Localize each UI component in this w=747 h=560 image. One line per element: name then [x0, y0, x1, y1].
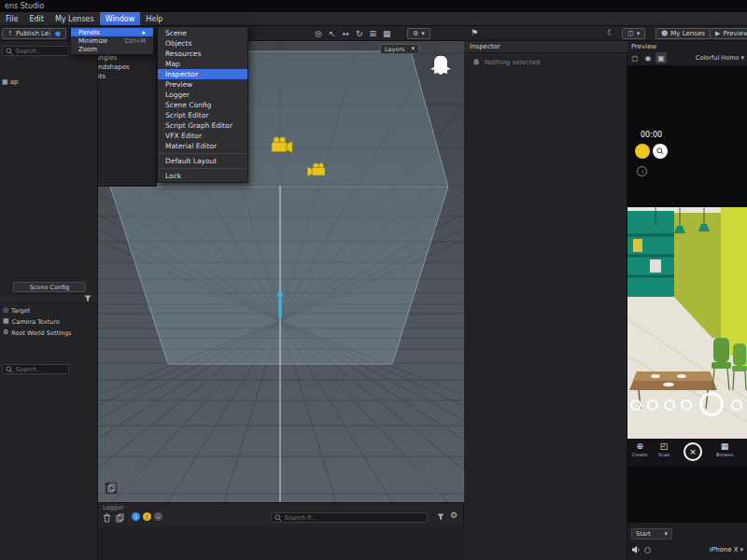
log-filter-funnel-icon[interactable] [437, 513, 444, 523]
copy-log-icon[interactable] [116, 513, 124, 525]
capture-button[interactable] [699, 392, 724, 416]
play-icon: ▶ [715, 31, 720, 37]
scene-config-item-root-world-settings[interactable]: ⚙ Root World Settings [0, 328, 97, 338]
project-info-button[interactable]: ● [49, 28, 66, 39]
record-timer: 00:00 [641, 131, 662, 139]
target-tool-icon[interactable]: ◎ [315, 30, 322, 38]
menu-item-zoom[interactable]: Zoom [71, 45, 153, 53]
submenu-item-resources[interactable]: Resources [158, 49, 247, 59]
scene-config-search[interactable] [2, 364, 69, 374]
search-icon [6, 366, 13, 373]
warning-filter-badge[interactable]: ! [143, 512, 151, 521]
window-menu-dropdown: Panels ▸ Minimize Ctrl+M Zoom [70, 26, 154, 55]
submenu-item-logger[interactable]: Logger [158, 90, 247, 100]
rotate-tool-icon[interactable]: ↻ [356, 30, 363, 38]
titlebar: ens Studio [0, 0, 747, 12]
lens-carousel-item[interactable] [681, 399, 692, 411]
webcam-toggle-icon[interactable] [644, 547, 651, 553]
dark-mode-moon-icon[interactable]: ☾ [607, 29, 614, 37]
logger-title: Logger [103, 504, 123, 511]
bitmoji-avatar[interactable] [635, 144, 650, 159]
publish-icon: ↑ [7, 31, 13, 37]
menu-item-panels[interactable]: Panels ▸ [71, 28, 153, 36]
submenu-item-lock[interactable]: Lock [158, 171, 247, 181]
clear-log-trash-icon[interactable] [103, 513, 111, 525]
filter-funnel-icon[interactable] [84, 295, 92, 302]
device-preview-icon[interactable]: ▣ [655, 52, 667, 63]
layout-icon: ◫ [627, 31, 634, 37]
camera-front-icon[interactable]: ◻ [629, 52, 641, 63]
scene-config-item-target[interactable]: ◎ Target [0, 305, 97, 315]
logger-panel: Logger i ! – ⚙ [98, 502, 464, 526]
menu-file[interactable]: File [0, 12, 23, 25]
submenu-item-inspector[interactable]: Inspector [158, 69, 247, 79]
scene-config-tab[interactable]: Scene Config [13, 282, 86, 292]
layers-dropdown[interactable]: Layers ▾ [380, 44, 419, 54]
menu-window[interactable]: Window [100, 12, 141, 25]
close-icon: × [689, 447, 697, 456]
nav-create[interactable]: ⊕ Create [632, 442, 648, 457]
start-dropdown[interactable]: Start ▾ [631, 528, 672, 539]
volume-icon[interactable] [631, 545, 641, 554]
device-selector[interactable]: iPhone X ▾ [710, 546, 743, 553]
gear-icon: ⚙ [413, 31, 418, 37]
close-lens-button[interactable]: × [684, 442, 702, 461]
info-filter-badge[interactable]: i [132, 512, 140, 521]
camera-rear-icon[interactable]: ◉ [642, 52, 654, 63]
scene-config-filter-bar [0, 294, 97, 303]
layout-dropdown[interactable]: ◫ ▾ [622, 28, 645, 39]
menu-my-lenses[interactable]: My Lenses [49, 12, 100, 25]
caret-down-icon: ▾ [411, 46, 415, 52]
preview-title: Preview [631, 43, 656, 50]
preview-scene-dropdown[interactable]: Colorful Home ▾ [696, 54, 744, 62]
bookmark-icon[interactable]: ⚑ [471, 29, 478, 37]
lens-info-button[interactable]: i [637, 166, 647, 176]
lens-search-button[interactable] [653, 144, 668, 159]
scene-config-item-camera-texture[interactable]: ▦ Camera Texture [0, 316, 97, 327]
submenu-item-map[interactable]: Map [158, 59, 247, 69]
grid-snap-icon[interactable]: ⊞ [370, 30, 377, 38]
submenu-item-scene[interactable]: Scene [158, 28, 247, 38]
search-input[interactable] [15, 366, 65, 373]
submenu-item-scene-config[interactable]: Scene Config [158, 100, 247, 110]
snapchat-ghost-icon[interactable] [427, 52, 455, 82]
viewport-settings-dropdown[interactable]: ⚙ ▾ [407, 28, 430, 39]
submenu-item-vfx-editor[interactable]: VFX Editor [158, 131, 247, 141]
error-filter-badge[interactable]: – [154, 512, 162, 521]
menu-edit[interactable]: Edit [23, 12, 49, 25]
resources-search[interactable] [2, 46, 69, 56]
screenshot-button[interactable] [105, 482, 118, 495]
search-icon [6, 48, 13, 55]
mesh-view-icon[interactable]: ▦ [383, 30, 391, 38]
submenu-item-material-editor[interactable]: Material Editor [158, 141, 247, 151]
logger-settings-gear-icon[interactable]: ⚙ [450, 511, 458, 520]
lens-carousel-item[interactable] [647, 399, 658, 411]
submenu-item-default-layout[interactable]: Default Layout [158, 156, 247, 166]
submenu-item-script-graph-editor[interactable]: Script Graph Editor [158, 120, 247, 131]
select-tool-icon[interactable]: ↖ [329, 30, 336, 38]
move-tool-icon[interactable]: ↔ [342, 30, 349, 38]
browse-icon: ▦ [721, 442, 729, 451]
lens-carousel-item[interactable] [664, 399, 675, 411]
inspector-panel: Inspector Nothing selected [464, 41, 627, 560]
logger-search[interactable] [271, 512, 428, 523]
search-input[interactable] [15, 48, 65, 55]
nav-scan[interactable]: ◰ Scan [658, 442, 669, 457]
inspector-title: Inspector [470, 43, 500, 50]
nav-browse[interactable]: ▦ Browse [716, 442, 733, 457]
submenu-item-script-editor[interactable]: Script Editor [158, 110, 247, 120]
lens-carousel-item[interactable] [731, 399, 742, 411]
preview-in-snapchat-button[interactable]: ▶ Preview in S [710, 28, 747, 39]
lens-carousel-item[interactable] [630, 399, 641, 411]
submenu-item-objects[interactable]: Objects [158, 38, 247, 49]
my-lenses-button[interactable]: ☻ My Lenses [655, 28, 711, 39]
panels-submenu: Scene Objects Resources Map Inspector Pr… [157, 26, 248, 183]
inspector-header: Inspector [464, 41, 627, 53]
submenu-item-preview[interactable]: Preview [158, 79, 247, 90]
resource-item-map[interactable]: ▦ ap [2, 78, 18, 86]
menu-item-minimize[interactable]: Minimize Ctrl+M [71, 36, 153, 45]
scan-icon: ◰ [660, 442, 669, 451]
search-input[interactable] [284, 514, 424, 522]
phone-preview-screen[interactable]: 00:00 i [627, 65, 747, 523]
menu-help[interactable]: Help [140, 12, 168, 25]
